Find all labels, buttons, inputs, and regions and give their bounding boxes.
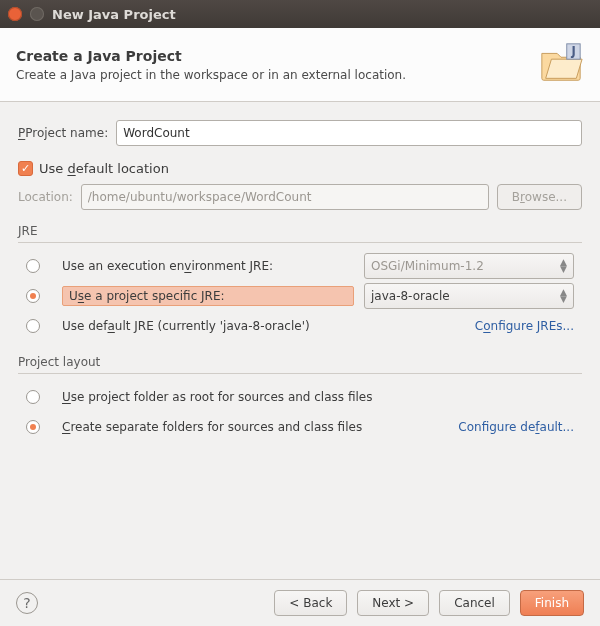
dialog-footer: ? < Back Next > Cancel Finish	[0, 579, 600, 626]
exec-env-select: OSGi/Minimum-1.2 ▲▼	[364, 253, 574, 279]
back-button[interactable]: < Back	[274, 590, 347, 616]
checkbox-icon	[18, 161, 33, 176]
configure-jres-link[interactable]: Configure JREs...	[475, 319, 574, 333]
layout-separate-radio[interactable]	[26, 420, 40, 434]
dialog-title: Create a Java Project	[16, 48, 406, 64]
minimize-icon[interactable]	[30, 7, 44, 21]
project-jre-select[interactable]: java-8-oracle ▲▼	[364, 283, 574, 309]
chevron-updown-icon: ▲▼	[560, 289, 567, 303]
project-layout-group: Project layout Use project folder as roo…	[18, 355, 582, 442]
layout-root-radio[interactable]	[26, 390, 40, 404]
chevron-updown-icon: ▲▼	[560, 259, 567, 273]
dialog-header: Create a Java Project Create a Java proj…	[0, 28, 600, 102]
dialog-subtitle: Create a Java project in the workspace o…	[16, 68, 406, 82]
project-name-label: PProject name:	[18, 126, 108, 140]
location-label: Location:	[18, 190, 73, 204]
jre-group: JRE Use an execution environment JRE: OS…	[18, 224, 582, 341]
next-button[interactable]: Next >	[357, 590, 429, 616]
divider	[18, 373, 582, 374]
cancel-button[interactable]: Cancel	[439, 590, 510, 616]
jre-exec-env-radio[interactable]	[26, 259, 40, 273]
use-default-location-checkbox[interactable]: Use default location	[18, 161, 169, 176]
jre-project-specific-radio[interactable]	[26, 289, 40, 303]
close-icon[interactable]	[8, 7, 22, 21]
finish-button[interactable]: Finish	[520, 590, 584, 616]
configure-default-link[interactable]: Configure default...	[458, 420, 574, 434]
layout-group-title: Project layout	[18, 355, 582, 369]
browse-button: Browse...	[497, 184, 582, 210]
window-title: New Java Project	[52, 7, 176, 22]
window-titlebar: New Java Project	[0, 0, 600, 28]
svg-text:J: J	[571, 44, 576, 58]
jre-default-radio[interactable]	[26, 319, 40, 333]
divider	[18, 242, 582, 243]
jre-group-title: JRE	[18, 224, 582, 238]
java-project-icon: J	[538, 40, 584, 89]
project-name-input[interactable]	[116, 120, 582, 146]
help-icon[interactable]: ?	[16, 592, 38, 614]
location-input	[81, 184, 489, 210]
